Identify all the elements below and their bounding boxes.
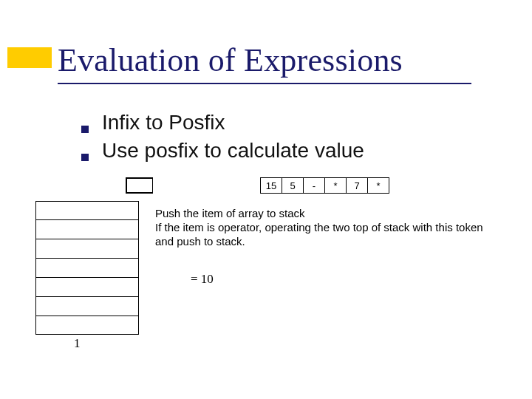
token-cell: 5: [282, 177, 304, 194]
token-cell: 7: [346, 177, 368, 194]
result-text: = 10: [191, 272, 214, 287]
stack-cell: [35, 220, 139, 239]
token-cell: [196, 177, 218, 194]
token-cell: *: [324, 177, 347, 194]
token-cell: 15: [260, 177, 282, 194]
slide-title: Evaluation of Expressions: [58, 41, 403, 79]
stack-cell: [35, 278, 139, 297]
bullet-item: Use posfix to calculate value: [81, 139, 364, 163]
bullet-list: Infix to Posfix Use posfix to calculate …: [81, 111, 364, 167]
desc-line: If the item is operator, operating the t…: [155, 221, 483, 248]
stack-cell: [35, 239, 139, 259]
bullet-item: Infix to Posfix: [81, 111, 364, 134]
desc-line: Push the item of array to stack: [155, 207, 305, 219]
title-underline: [58, 83, 471, 84]
stack-cell: [35, 316, 139, 335]
accent-bar: [7, 47, 52, 68]
square-bullet-icon: [81, 154, 89, 161]
bullet-text: Infix to Posfix: [102, 111, 225, 134]
square-bullet-icon: [81, 126, 89, 133]
stack: [35, 201, 139, 335]
token-row: 15 5 - * 7 *: [126, 177, 389, 194]
slide: Evaluation of Expressions Infix to Posfi…: [0, 0, 532, 399]
token-cell: *: [367, 177, 389, 194]
token-cell: -: [303, 177, 325, 194]
token-cell: [126, 177, 154, 194]
bullet-text: Use posfix to calculate value: [102, 139, 364, 163]
token-cell: [217, 177, 239, 194]
token-cell: [153, 177, 175, 194]
token-cell: [239, 177, 261, 194]
stack-cell: [35, 297, 139, 316]
stack-cell: [35, 259, 139, 278]
stack-cell: [35, 201, 139, 220]
token-cell: [174, 177, 197, 194]
stack-bottom-label: 1: [74, 336, 81, 351]
description-text: Push the item of array to stack If the i…: [155, 207, 502, 248]
